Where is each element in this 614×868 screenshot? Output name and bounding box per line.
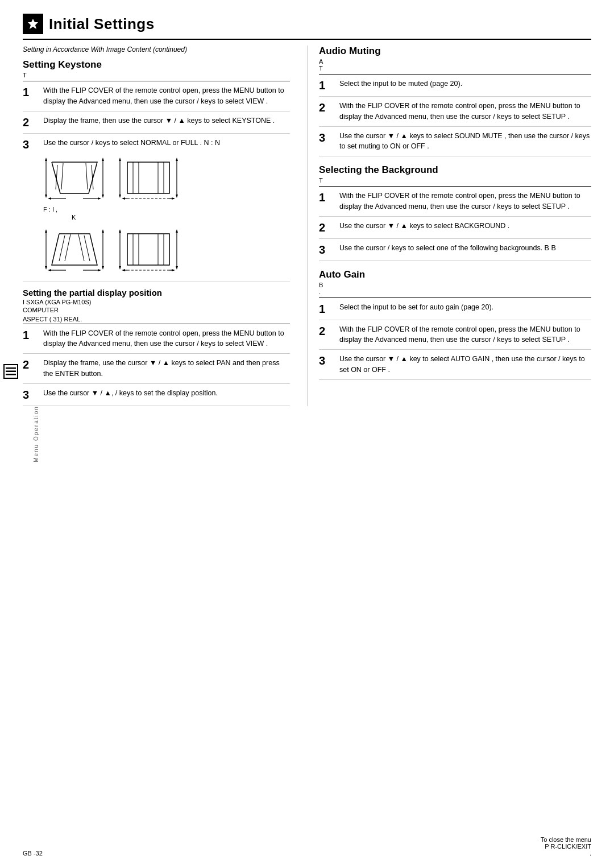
menu-lines-icon	[6, 367, 16, 375]
partial-sub3: ASPECT ( 31) REAL.	[23, 316, 290, 323]
settings-icon	[27, 18, 39, 30]
audio-step-1: 1 Select the input to be muted (page 20)…	[319, 75, 591, 97]
side-icon	[3, 364, 18, 379]
right-column: Audio Muting A T 1 Select the input to b…	[307, 46, 591, 406]
auto-gain-title: Auto Gain	[319, 269, 591, 280]
diagram-normal	[43, 154, 106, 204]
background-step-1-text: With the FLIP COVER of the remote contro…	[339, 191, 591, 212]
page: Menu Operation Initial Settings Setting …	[0, 0, 614, 868]
audio-step-1-text: Select the input to be muted (page 20).	[339, 78, 591, 89]
partial-step-1: 1 With the FLIP COVER of the remote cont…	[23, 324, 290, 354]
audio-step-3-num: 3	[319, 131, 335, 144]
keystone-step-1: 1 With the FLIP COVER of the remote cont…	[23, 81, 290, 111]
footer-right-line2: P R-CLICK/EXIT	[541, 843, 591, 850]
svg-marker-22	[176, 158, 178, 161]
svg-rect-24	[127, 162, 169, 193]
full1-diagram-svg	[43, 225, 106, 274]
background-step-1: 1 With the FLIP COVER of the remote cont…	[319, 187, 591, 217]
auto-gain-step-2-num: 2	[319, 324, 335, 338]
auto-gain-step-3: 3 Use the cursor ▼ / ▲ key to select AUT…	[319, 350, 591, 380]
diagram-full1	[43, 225, 106, 275]
auto-gain-step-3-num: 3	[319, 354, 335, 367]
audio-step-3-text: Use the cursor ▼ / ▲ keys to select SOUN…	[339, 131, 591, 152]
svg-marker-53	[176, 266, 178, 270]
background-step-2-text: Use the cursor ▼ / ▲ keys to select BACK…	[339, 221, 591, 232]
svg-marker-9	[102, 195, 104, 198]
keystone-step-3-num: 3	[23, 138, 39, 151]
keystone-sub: T	[23, 72, 290, 78]
keystone-step-3: 3 Use the cursor / keys to select NORMAL…	[23, 134, 290, 282]
keystone-step-1-num: 1	[23, 85, 39, 99]
svg-rect-2	[6, 374, 16, 375]
auto-gain-step-2: 2 With the FLIP COVER of the remote cont…	[319, 320, 591, 350]
audio-step-2: 2 With the FLIP COVER of the remote cont…	[319, 97, 591, 127]
auto-gain-step-1-text: Select the input to be set for auto gain…	[339, 302, 591, 313]
diagram-caption-1: F : I ,	[43, 206, 180, 213]
partial-section: Setting the partial display position I S…	[23, 288, 290, 406]
svg-marker-15	[48, 197, 51, 200]
background-sub: T	[319, 177, 591, 184]
auto-gain-step-3-text: Use the cursor ▼ / ▲ key to select AUTO …	[339, 354, 591, 375]
partial-step-2-num: 2	[23, 358, 39, 371]
audio-sub1: A	[319, 58, 591, 65]
svg-line-43	[84, 235, 90, 261]
svg-rect-0	[6, 367, 16, 369]
keystone-step-3-text: Use the cursor / keys to select NORMAL o…	[43, 138, 220, 148]
svg-line-42	[78, 234, 84, 261]
page-title: Initial Settings	[49, 15, 155, 33]
keystone-title: Setting Keystone	[23, 59, 290, 71]
svg-line-11	[61, 163, 63, 189]
partial-step-2: 2 Display the frame, use the cursor ▼ / …	[23, 354, 290, 384]
svg-marker-36	[45, 266, 47, 270]
svg-marker-52	[176, 229, 178, 233]
diagram-full2	[117, 225, 180, 275]
page-subtitle: Setting in Accordance With Image Content…	[23, 46, 290, 53]
svg-marker-8	[102, 158, 104, 161]
footer-right-line3: .	[541, 850, 591, 857]
background-step-3: 3 Use the cursor / keys to select one of…	[319, 239, 591, 261]
svg-marker-33	[172, 197, 175, 200]
svg-marker-45	[48, 269, 51, 271]
svg-marker-20	[119, 195, 121, 198]
keystone-step-2-num: 2	[23, 115, 39, 129]
partial-step-3-text: Use the cursor ▼ / ▲, / keys to set the …	[43, 388, 290, 399]
svg-marker-23	[176, 195, 178, 198]
auto-gain-step-2-text: With the FLIP COVER of the remote contro…	[339, 324, 591, 346]
auto-gain-step-1: 1 Select the input to be set for auto ga…	[319, 298, 591, 320]
svg-line-12	[86, 163, 88, 189]
svg-marker-50	[119, 266, 121, 270]
side-tab-label: Menu Operation	[33, 406, 39, 462]
keystone-step-1-text: With the FLIP COVER of the remote contro…	[43, 85, 290, 107]
normal2-diagram-svg	[117, 154, 180, 202]
svg-marker-47	[98, 269, 101, 271]
diagram-caption-2: K	[72, 214, 180, 221]
normal-diagram-svg	[43, 154, 106, 202]
background-step-2: 2 Use the cursor ▼ / ▲ keys to select BA…	[319, 217, 591, 239]
svg-marker-19	[119, 158, 121, 161]
partial-sub2: COMPUTER	[23, 307, 59, 313]
page-footer-right: To close the menu P R-CLICK/EXIT .	[541, 836, 591, 857]
svg-marker-35	[45, 229, 47, 233]
background-step-3-num: 3	[319, 243, 335, 257]
auto-gain-sub: B	[319, 282, 591, 288]
page-header: Initial Settings	[23, 14, 591, 40]
audio-step-3: 3 Use the cursor ▼ / ▲ keys to select SO…	[319, 127, 591, 157]
svg-marker-62	[172, 269, 175, 271]
svg-marker-38	[102, 229, 104, 233]
auto-gain-section: Auto Gain B . 1 Select the input to be s…	[319, 269, 591, 380]
svg-rect-54	[127, 234, 169, 265]
background-step-2-num: 2	[319, 221, 335, 234]
svg-line-40	[59, 235, 65, 261]
svg-marker-3	[28, 19, 38, 29]
partial-step-1-text: With the FLIP COVER of the remote contro…	[43, 328, 290, 350]
svg-marker-5	[45, 158, 47, 161]
keystone-section: Setting Keystone T 1 With the FLIP COVER…	[23, 59, 290, 282]
partial-step-3: 3 Use the cursor ▼ / ▲, / keys to set th…	[23, 384, 290, 406]
audio-muting-title: Audio Muting	[319, 46, 591, 57]
menu-icon-box	[3, 364, 18, 379]
left-column: Setting in Accordance With Image Content…	[23, 46, 307, 406]
svg-line-41	[65, 234, 70, 261]
svg-marker-49	[119, 229, 121, 233]
audio-step-2-num: 2	[319, 101, 335, 114]
partial-title: Setting the partial display position	[23, 288, 290, 297]
